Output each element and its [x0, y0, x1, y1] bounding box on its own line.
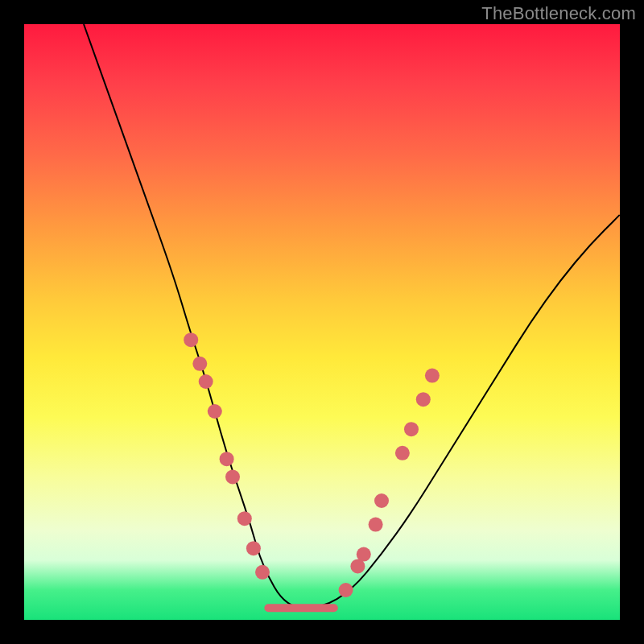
- data-dots: [184, 332, 440, 597]
- chart-frame: TheBottleneck.com: [0, 0, 644, 644]
- data-dot: [374, 493, 389, 508]
- data-dot: [237, 511, 252, 526]
- watermark-text: TheBottleneck.com: [481, 3, 636, 24]
- chart-svg: [24, 24, 620, 620]
- data-dot: [255, 565, 270, 580]
- data-dot: [425, 369, 440, 383]
- data-dot: [184, 332, 198, 347]
- data-dot: [339, 583, 353, 597]
- data-dot: [357, 547, 371, 562]
- data-dot: [220, 452, 234, 466]
- data-dot: [225, 469, 240, 484]
- data-dot: [208, 404, 222, 419]
- data-dot: [416, 392, 431, 407]
- plot-area: [24, 24, 620, 620]
- data-dot: [404, 422, 419, 436]
- data-dot: [369, 518, 383, 532]
- data-dot: [246, 541, 261, 555]
- data-dot: [199, 374, 213, 389]
- bottleneck-curve: [84, 24, 620, 608]
- data-dot: [395, 446, 410, 460]
- data-dot: [192, 357, 207, 371]
